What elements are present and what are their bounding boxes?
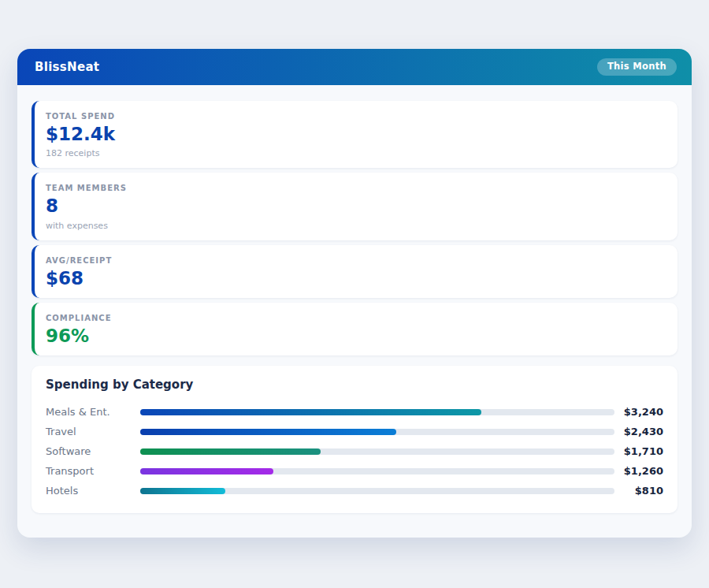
chart-row: Transport $1,260 bbox=[46, 461, 663, 481]
category-label: Software bbox=[46, 445, 140, 457]
stat-subtext: with expenses bbox=[46, 221, 666, 231]
stat-card-team-members: TEAM MEMBERS 8 with expenses bbox=[32, 173, 677, 240]
category-label: Hotels bbox=[46, 485, 140, 497]
bar-track bbox=[140, 468, 614, 474]
stat-label: TEAM MEMBERS bbox=[46, 184, 666, 192]
stat-value: $12.4k bbox=[46, 125, 666, 144]
bar-fill bbox=[140, 429, 396, 435]
category-value: $2,430 bbox=[614, 426, 663, 437]
stat-label: TOTAL SPEND bbox=[46, 112, 666, 121]
app-header: BlissNeat This Month bbox=[17, 49, 692, 85]
bar-fill bbox=[140, 448, 321, 455]
app-body: TOTAL SPEND $12.4k 182 receipts TEAM MEM… bbox=[17, 85, 692, 513]
category-label: Transport bbox=[46, 465, 140, 477]
app-card: BlissNeat This Month TOTAL SPEND $12.4k … bbox=[17, 49, 692, 538]
bar-track bbox=[140, 448, 614, 455]
chart-rows: Meals & Ent. $3,240 Travel $2,430 Softwa… bbox=[46, 402, 663, 501]
stat-label: AVG/RECEIPT bbox=[46, 256, 666, 265]
chart-row: Travel $2,430 bbox=[46, 422, 663, 441]
stat-value: 96% bbox=[46, 326, 666, 346]
stat-label: COMPLIANCE bbox=[46, 314, 666, 322]
bar-track bbox=[140, 488, 614, 494]
stat-card-total-spend: TOTAL SPEND $12.4k 182 receipts bbox=[32, 101, 677, 168]
category-value: $810 bbox=[614, 485, 663, 497]
spending-chart-card: Spending by Category Meals & Ent. $3,240… bbox=[32, 366, 677, 513]
chart-row: Hotels $810 bbox=[46, 481, 663, 501]
period-badge[interactable]: This Month bbox=[597, 58, 677, 76]
category-value: $3,240 bbox=[614, 406, 663, 418]
stat-card-compliance: COMPLIANCE 96% bbox=[32, 303, 677, 355]
chart-title: Spending by Category bbox=[46, 378, 663, 392]
category-value: $1,710 bbox=[614, 445, 663, 457]
category-label: Travel bbox=[46, 426, 140, 437]
bar-track bbox=[140, 429, 614, 435]
bar-fill bbox=[140, 468, 273, 474]
app-title: BlissNeat bbox=[35, 60, 99, 74]
stat-value: 8 bbox=[46, 196, 666, 216]
category-value: $1,260 bbox=[614, 465, 663, 477]
chart-row: Meals & Ent. $3,240 bbox=[46, 402, 663, 422]
stat-value: $68 bbox=[46, 269, 666, 288]
bar-track bbox=[140, 409, 614, 415]
stat-card-avg-receipt: AVG/RECEIPT $68 bbox=[32, 245, 677, 298]
chart-row: Software $1,710 bbox=[46, 441, 663, 461]
category-label: Meals & Ent. bbox=[46, 406, 140, 418]
stat-subtext: 182 receipts bbox=[46, 148, 666, 158]
stats-section: TOTAL SPEND $12.4k 182 receipts TEAM MEM… bbox=[32, 101, 677, 355]
bar-fill bbox=[140, 409, 481, 415]
bar-fill bbox=[140, 488, 225, 494]
